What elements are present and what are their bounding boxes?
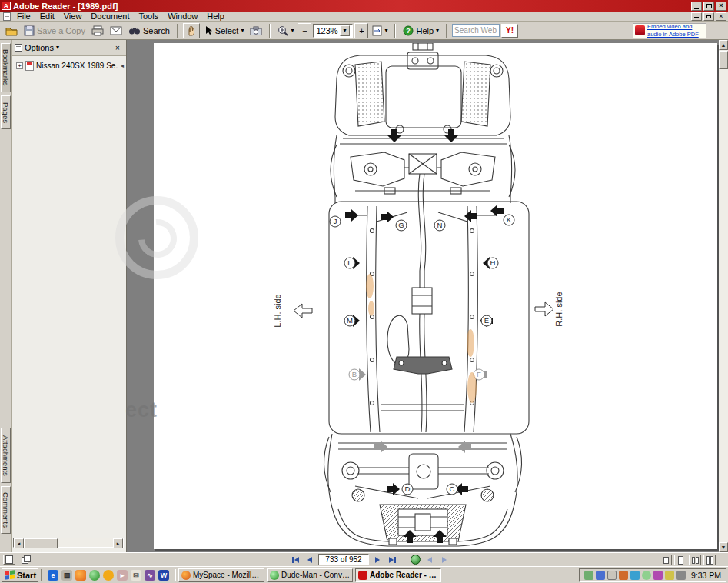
next-page-button[interactable] (371, 554, 384, 565)
menu-file[interactable]: File (12, 12, 35, 22)
menu-tools[interactable]: Tools (135, 12, 164, 22)
display-settings-icon[interactable] (630, 571, 640, 580)
menu-edit[interactable]: Edit (35, 12, 59, 22)
zoom-in-button[interactable]: + (354, 23, 368, 38)
snapshot-button[interactable] (248, 23, 264, 38)
menu-window[interactable]: Window (163, 12, 202, 22)
open-button[interactable] (3, 23, 20, 38)
email-button[interactable] (108, 23, 125, 38)
previous-view-button[interactable] (409, 554, 421, 565)
continuous-facing-button[interactable] (703, 555, 716, 565)
tab-pages[interactable]: Pages (1, 95, 11, 129)
update-icon[interactable] (619, 571, 628, 580)
usb-device-icon[interactable] (676, 571, 686, 580)
scroll-left-button[interactable]: ◂ (14, 538, 24, 548)
bookmark-label[interactable]: Nissan 240SX 1989 Se... (36, 62, 118, 70)
close-button[interactable]: × (716, 2, 726, 11)
zoom-level-combo[interactable]: 123% ▾ (313, 24, 353, 38)
firefox-icon[interactable] (75, 570, 86, 581)
search-button[interactable]: Search (126, 23, 172, 38)
tab-bookmarks[interactable]: Bookmarks (1, 43, 11, 92)
antivirus-shield-icon[interactable] (584, 571, 593, 580)
previous-page-button[interactable] (304, 554, 316, 565)
help-button[interactable]: ? Help ▾ (401, 23, 441, 38)
printer-icon (91, 25, 104, 36)
minimize-icon (694, 8, 699, 9)
tab-comments[interactable]: Comments (1, 486, 11, 534)
svg-text:?: ? (407, 27, 411, 35)
single-page-button[interactable] (660, 555, 672, 565)
minimize-button[interactable] (691, 2, 702, 11)
zoom-tool-button[interactable]: ▾ (275, 23, 296, 38)
child-close-button[interactable]: × (716, 12, 726, 21)
pdf-document-icon (3, 12, 11, 21)
facing-icon (692, 557, 695, 564)
menu-document[interactable]: Document (86, 12, 134, 22)
msn-status-icon[interactable] (642, 571, 651, 580)
menu-help[interactable]: Help (202, 12, 229, 22)
bar-icon (394, 557, 396, 563)
email-shortcut-icon[interactable]: ✉ (131, 570, 141, 581)
close-panel-button[interactable]: × (112, 43, 123, 53)
document-pane[interactable]: J G N K L H M E D C B (127, 40, 719, 552)
hand-tool-button[interactable] (183, 23, 200, 38)
scroll-left-icon[interactable]: ◂ (121, 62, 124, 69)
ad-banner[interactable]: Embed video and audio in Adobe PDF (633, 23, 706, 38)
scrollbar-thumb[interactable] (719, 51, 728, 69)
scrollbar-thumb[interactable] (24, 538, 58, 548)
first-page-icon (294, 557, 299, 563)
yahoo-search-button[interactable]: Y! (501, 24, 518, 38)
fit-page-button[interactable]: ▾ (370, 23, 390, 38)
zoom-dropdown-button[interactable]: ▾ (340, 25, 351, 36)
status-options-icon[interactable] (20, 555, 32, 565)
winamp-icon[interactable]: ∿ (145, 570, 155, 581)
facing-button[interactable] (689, 555, 701, 565)
tab-attachments[interactable]: Attachments (1, 428, 11, 483)
bookmarks-panel: Options ▾ × + Nissan 240SX 1989 Se... ◂ … (12, 40, 127, 552)
search-web-input[interactable] (452, 24, 500, 37)
continuous-button[interactable] (674, 555, 686, 565)
restore-button[interactable] (703, 2, 714, 11)
taskbar-task-messenger[interactable]: Dude-Man - Conversation (267, 568, 353, 582)
chevron-down-icon: ▾ (291, 28, 294, 34)
panel-horizontal-scrollbar[interactable]: ◂ ▸ (13, 538, 124, 548)
volume-icon[interactable] (607, 571, 617, 580)
taskbar-task-firefox[interactable]: MySpace - Mozilla Firefox (178, 568, 264, 582)
select-tool-button[interactable]: Select ▾ (201, 23, 247, 38)
document-vertical-scrollbar[interactable]: ▲ ▼ (719, 40, 728, 552)
taskbar-task-adobe-reader[interactable]: Adobe Reader - [198... (355, 568, 441, 582)
word-icon[interactable]: W (158, 570, 169, 581)
msn-messenger-icon[interactable] (89, 570, 100, 581)
scrollbar-track[interactable] (58, 538, 113, 547)
view-back-button[interactable] (424, 554, 436, 565)
help-icon: ? (403, 25, 414, 36)
child-minimize-button[interactable] (691, 12, 702, 21)
child-restore-button[interactable] (703, 12, 714, 21)
show-desktop-icon[interactable]: ▤ (61, 570, 72, 581)
last-page-button[interactable] (386, 554, 398, 565)
page-number-box[interactable]: 733 of 952 (318, 554, 369, 565)
expand-bookmark-button[interactable]: + (16, 62, 23, 69)
options-menu-button[interactable]: Options (25, 43, 54, 52)
view-forward-button[interactable] (438, 554, 450, 565)
first-page-button[interactable] (289, 554, 301, 565)
media-player-icon[interactable]: ▸ (117, 570, 128, 581)
internet-explorer-icon[interactable]: e (48, 570, 58, 581)
save-a-copy-button[interactable]: Save a Copy (22, 23, 88, 38)
graphics-driver-icon[interactable] (653, 571, 663, 580)
battery-icon[interactable] (665, 571, 674, 580)
scroll-up-button[interactable]: ▲ (719, 40, 728, 50)
zoom-out-button[interactable]: − (298, 23, 311, 38)
firefox-icon (181, 571, 191, 580)
page-size-icon[interactable] (3, 555, 15, 565)
aim-icon[interactable] (103, 570, 114, 581)
print-button[interactable] (89, 23, 106, 38)
bookmark-item[interactable]: + Nissan 240SX 1989 Se... ◂ (12, 56, 126, 71)
menu-view[interactable]: View (59, 12, 87, 22)
start-button[interactable]: Start (2, 568, 38, 582)
ad-link[interactable]: Embed video and audio in Adobe PDF (647, 23, 699, 38)
scroll-down-button[interactable]: ▼ (719, 542, 728, 552)
pdf-page[interactable]: J G N K L H M E D C B (154, 43, 717, 549)
network-icon[interactable] (596, 571, 605, 580)
scroll-right-button[interactable]: ▸ (113, 538, 123, 548)
